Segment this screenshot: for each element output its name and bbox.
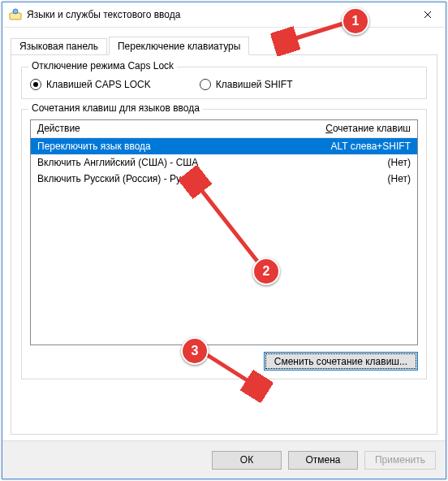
row-action: Переключить язык ввода (37, 141, 297, 152)
dialog-window: Языки и службы текстового ввода Языковая… (2, 2, 446, 479)
hotkeys-listbox[interactable]: Действие Сочетание клавиш Переключить яз… (30, 119, 418, 345)
header-hotkey: Сочетание клавиш (297, 123, 411, 134)
list-header: Действие Сочетание клавиш (31, 120, 417, 138)
radio-label: Клавишей CAPS LOCK (46, 79, 151, 90)
dialog-bottombar: ОК Отмена Применить (2, 440, 446, 479)
button-label: Применить (375, 454, 425, 466)
client-area: Языковая панель Переключение клавиатуры … (11, 35, 437, 435)
group-legend: Отключение режима Caps Lock (28, 60, 177, 72)
tabstrip: Языковая панель Переключение клавиатуры (11, 35, 437, 54)
tab-language-panel[interactable]: Языковая панель (11, 38, 107, 54)
change-hotkey-button[interactable]: Сменить сочетание клавиш... (264, 352, 418, 370)
radio-caps-lock[interactable]: Клавишей CAPS LOCK (30, 79, 151, 90)
button-label: ОК (240, 454, 253, 466)
row-action: Включить Русский (Россия) - Русская (37, 173, 297, 184)
window-title: Языки и службы текстового ввода (27, 9, 409, 20)
list-row[interactable]: Включить Английский (США) - США (Нет) (31, 154, 417, 171)
header-action: Действие (37, 123, 297, 134)
group-input-hotkeys: Сочетания клавиш для языков ввода Действ… (21, 109, 427, 379)
app-icon (9, 8, 22, 21)
change-button-row: Сменить сочетание клавиш... (30, 352, 418, 370)
svg-point-1 (13, 9, 18, 14)
tab-label: Переключение клавиатуры (118, 41, 240, 52)
radio-row: Клавишей CAPS LOCK Клавишей SHIFT (30, 79, 418, 90)
radio-dot-icon (200, 79, 211, 90)
cancel-button[interactable]: Отмена (288, 451, 358, 470)
row-hotkey: (Нет) (297, 157, 411, 168)
button-label: Отмена (305, 454, 340, 466)
apply-button[interactable]: Применить (364, 451, 436, 470)
tab-label: Языковая панель (19, 41, 98, 52)
titlebar: Языки и службы текстового ввода (2, 2, 446, 28)
row-action: Включить Английский (США) - США (37, 157, 297, 168)
radio-label: Клавишей SHIFT (216, 79, 293, 90)
row-hotkey: ALT слева+SHIFT (297, 141, 411, 152)
radio-dot-icon (30, 79, 41, 90)
tab-keyboard-switch[interactable]: Переключение клавиатуры (109, 37, 249, 55)
button-label: Сменить сочетание клавиш... (274, 356, 407, 367)
list-row[interactable]: Включить Русский (Россия) - Русская (Нет… (31, 171, 417, 187)
group-caps-lock: Отключение режима Caps Lock Клавишей CAP… (21, 67, 427, 99)
radio-shift[interactable]: Клавишей SHIFT (200, 79, 293, 90)
tabpage-keyboard-switch: Отключение режима Caps Lock Клавишей CAP… (11, 54, 437, 435)
list-row[interactable]: Переключить язык ввода ALT слева+SHIFT (31, 138, 417, 154)
row-hotkey: (Нет) (297, 173, 411, 184)
ok-button[interactable]: ОК (212, 451, 282, 470)
close-button[interactable] (409, 2, 446, 27)
group-legend: Сочетания клавиш для языков ввода (28, 102, 203, 114)
